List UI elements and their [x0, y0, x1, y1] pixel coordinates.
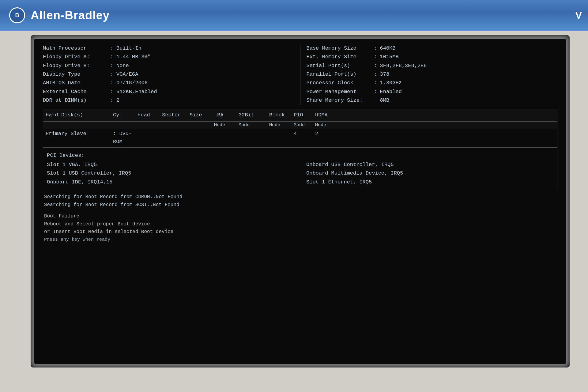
label-floppy-a: Floppy Drive A:	[43, 53, 110, 61]
value-floppy-b: None	[116, 62, 129, 70]
bios-content: Math Processor : Built-In Floppy Drive A…	[34, 39, 566, 249]
info-row-parallel: Parallel Port(s) : 378	[307, 70, 558, 78]
banner-right: V	[575, 0, 582, 31]
value-base-mem: 640KB	[380, 44, 396, 52]
info-row-floppy-a: Floppy Drive A: : 1.44 MB 3½"	[43, 53, 294, 61]
label-ddr: DDR at DIMM(s)	[43, 96, 110, 104]
monitor-frame: B Allen-Bradley V Math Processor : Built…	[0, 0, 588, 392]
boot-msg-2: Searching for Boot Record from SCSI..Not…	[44, 201, 556, 209]
disk-col-hdr-cyl: Cyl	[113, 111, 138, 119]
disk-subhdr-block-mode: Mode	[269, 122, 294, 129]
value-parallel: 378	[380, 70, 390, 78]
system-info-section: Math Processor : Built-In Floppy Drive A…	[43, 44, 557, 109]
disk-table: Hard Disk(s) Cyl Head Sector Size LBA 32…	[43, 109, 557, 147]
label-display-type: Display Type	[43, 70, 110, 78]
top-banner: B Allen-Bradley V	[0, 0, 588, 31]
value-math-processor: Built-In	[116, 44, 141, 52]
disk-col-hdr-lba: LBA	[214, 111, 239, 119]
value-ddr: 2	[116, 96, 119, 104]
pci-item-1: Slot 1 VGA, IRQ5	[47, 161, 294, 169]
info-row-display: Display Type : VGA/EGA	[43, 70, 294, 78]
disk-col-hdr-32bit: 32Bit	[239, 111, 269, 119]
pci-item-2: Slot 1 USB Controller, IRQ5	[47, 169, 294, 177]
disk-subheader-row: Mode Mode Mode Mode Mode	[43, 122, 557, 129]
label-ext-mem: Ext. Memory Size	[307, 53, 374, 61]
logo-letter: B	[15, 12, 19, 19]
value-ext-mem: 1015MB	[380, 53, 399, 61]
value-display-type: VGA/EGA	[116, 70, 138, 78]
pci-title: PCI Devices:	[47, 152, 553, 160]
info-col-right: Base Memory Size : 640KB Ext. Memory Siz…	[300, 44, 558, 105]
disk-col-colon: : DVD-ROM	[113, 130, 138, 146]
value-power-mgmt: Enabled	[380, 88, 402, 96]
pci-section: PCI Devices: Slot 1 VGA, IRQ5 Onboard US…	[43, 149, 557, 189]
disk-col-hdr-name: Hard Disk(s)	[46, 111, 113, 119]
label-power-mgmt: Power Management	[307, 88, 374, 96]
info-row-share-mem: Share Memory Size: 8MB	[307, 96, 558, 104]
value-serial: 3F8,2F8,3E8,2E8	[380, 62, 427, 70]
ab-logo: B	[9, 7, 25, 23]
info-row-ddr: DDR at DIMM(s) : 2	[43, 96, 294, 104]
label-proc-clock: Processor Clock	[307, 79, 374, 87]
disk-subhdr-32bit-mode: Mode	[239, 122, 269, 129]
info-row-math: Math Processor : Built-In	[43, 44, 294, 52]
value-share-mem: 8MB	[380, 96, 390, 104]
boot-prompt: Press any key when ready	[44, 236, 556, 243]
info-row-ext-mem: Ext. Memory Size : 1015MB	[307, 53, 558, 61]
disk-row-primary-slave: Primary Slave : DVD-ROM 4 2	[43, 129, 557, 147]
boot-failure-msg-2: or Insert Boot Media in selected Boot de…	[44, 228, 556, 236]
label-math-processor: Math Processor	[43, 44, 110, 52]
disk-drive-name: Primary Slave	[46, 130, 113, 146]
disk-pio-value: 4	[294, 130, 315, 146]
info-row-proc-clock: Processor Clock : 1.30GHz	[307, 79, 558, 87]
value-bios-date: 07/18/2006	[116, 79, 148, 87]
label-bios-date: AMIBIOS Date	[43, 79, 110, 87]
disk-header-row: Hard Disk(s) Cyl Head Sector Size LBA 32…	[43, 109, 557, 121]
disk-col-hdr-head: Head	[138, 111, 162, 119]
label-base-mem: Base Memory Size	[307, 44, 374, 52]
disk-udma-value: 2	[315, 130, 337, 146]
info-row-serial: Serial Port(s) : 3F8,2F8,3E8,2E8	[307, 62, 558, 70]
label-ext-cache: External Cache	[43, 88, 110, 96]
brand-name: Allen-Bradley	[31, 9, 110, 22]
pci-grid: Slot 1 VGA, IRQ5 Onboard USB Controller,…	[47, 161, 553, 186]
info-col-left: Math Processor : Built-In Floppy Drive A…	[43, 44, 300, 105]
boot-failure-msg-1: Reboot and Select proper Boot device	[44, 221, 556, 228]
disk-col-hdr-block: Block	[269, 111, 294, 119]
boot-section: Searching for Boot Record from CDROM..No…	[43, 193, 557, 243]
disk-subhdr-lba-mode: Mode	[214, 122, 239, 129]
label-share-mem: Share Memory Size:	[307, 96, 374, 104]
info-row-bios-date: AMIBIOS Date : 07/18/2006	[43, 79, 294, 87]
pci-item-6: Slot 1 Ethernet, IRQ5	[306, 178, 553, 186]
label-floppy-b: Floppy Drive B:	[43, 62, 110, 70]
disk-col-hdr-size: Size	[190, 111, 214, 119]
value-proc-clock: 1.30GHz	[380, 79, 402, 87]
disk-col-hdr-pio: PIO	[294, 111, 315, 119]
pci-item-3: Onboard IDE, IRQ14,15	[47, 178, 294, 186]
disk-subhdr-udma-mode: Mode	[315, 122, 337, 129]
value-floppy-a: 1.44 MB 3½"	[116, 53, 151, 61]
screen-inner: Math Processor : Built-In Floppy Drive A…	[34, 39, 566, 364]
boot-failure-title: Boot Failure	[44, 213, 556, 221]
info-row-floppy-b: Floppy Drive B: : None	[43, 62, 294, 70]
pci-item-4: Onboard USB Controller, IRQ5	[306, 161, 553, 169]
info-row-ext-cache: External Cache : 512KB,Enabled	[43, 88, 294, 96]
info-row-base-mem: Base Memory Size : 640KB	[307, 44, 558, 52]
boot-msg-1: Searching for Boot Record from CDROM..No…	[44, 193, 556, 201]
disk-subhdr-pio-mode: Mode	[294, 122, 315, 129]
label-serial: Serial Port(s)	[307, 62, 374, 70]
disk-col-hdr-sector: Sector	[162, 111, 190, 119]
value-ext-cache: 512KB,Enabled	[116, 88, 157, 96]
screen-outer: Math Processor : Built-In Floppy Drive A…	[31, 35, 570, 368]
label-parallel: Parallel Port(s)	[307, 70, 374, 78]
disk-col-hdr-udma: UDMA	[315, 111, 337, 119]
info-row-power-mgmt: Power Management : Enabled	[307, 88, 558, 96]
pci-item-5: Onboard Multimedia Device, IRQ5	[306, 169, 553, 177]
banner-right-text: V	[575, 10, 582, 21]
